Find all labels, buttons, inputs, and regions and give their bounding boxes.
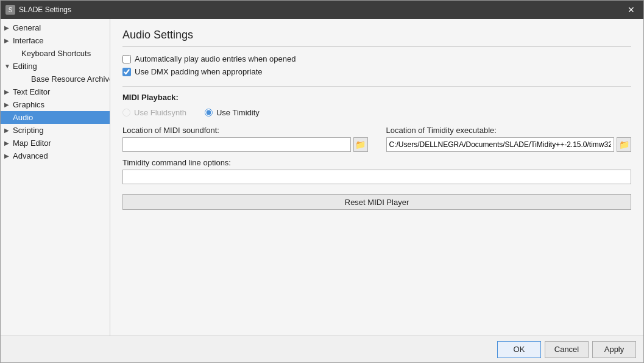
auto-play-label: Automatically play audio entries when op… (135, 54, 296, 63)
fluidsynth-label: Use Fluidsynth (134, 108, 186, 117)
main-panel: Audio Settings Automatically play audio … (110, 19, 643, 336)
sidebar: ▶ General ▶ Interface Keyboard Shortcuts… (1, 19, 110, 336)
sidebar-item-text-editor[interactable]: ▶ Text Editor (1, 85, 110, 98)
timidity-exe-label: Location of Timidity executable: (386, 126, 632, 135)
soundfont-group: Location of MIDI soundfont: 📁 (122, 126, 368, 152)
arrow-map-editor: ▶ (4, 140, 13, 146)
bottom-bar: OK Cancel Apply (1, 336, 643, 362)
sidebar-item-keyboard-shortcuts[interactable]: Keyboard Shortcuts (1, 47, 110, 60)
sidebar-label-scripting: Scripting (13, 126, 106, 135)
close-button[interactable]: ✕ (624, 4, 639, 16)
divider-1 (122, 86, 631, 87)
fluidsynth-radio[interactable] (122, 109, 130, 117)
apply-button[interactable]: Apply (592, 341, 636, 358)
sidebar-label-base: Base Resource Archive (31, 74, 110, 84)
arrow-general: ▶ (4, 24, 13, 31)
midi-options: Use Fluidsynth Use Timidity (122, 108, 631, 117)
sidebar-item-graphics[interactable]: ▶ Graphics (1, 98, 110, 111)
timidity-label: Use Timidity (216, 108, 260, 117)
sidebar-item-interface[interactable]: ▶ Interface (1, 34, 110, 47)
sidebar-label-editing: Editing (13, 62, 106, 71)
sidebar-label-audio: Audio (13, 113, 106, 122)
timidity-row: Use Timidity (205, 108, 260, 117)
soundfont-row: 📁 (122, 137, 368, 152)
dmx-label: Use DMX padding when appropriate (135, 67, 263, 76)
timidity-radio[interactable] (205, 109, 213, 117)
timidity-cmdline-input[interactable] (122, 170, 631, 184)
timidity-cmdline-group: Timidity command line options: (122, 158, 631, 184)
titlebar-left: S SLADE Settings (5, 5, 71, 15)
content-area: ▶ General ▶ Interface Keyboard Shortcuts… (1, 19, 643, 336)
midi-section-label: MIDI Playback: (122, 93, 631, 102)
sidebar-label-map-editor: Map Editor (13, 138, 106, 148)
ok-button[interactable]: OK (497, 341, 541, 358)
sidebar-item-advanced[interactable]: ▶ Advanced (1, 149, 110, 162)
panel-title: Audio Settings (122, 29, 631, 47)
arrow-text-editor: ▶ (4, 88, 13, 95)
sidebar-label-text-editor: Text Editor (13, 87, 106, 96)
soundfont-label: Location of MIDI soundfont: (122, 126, 368, 135)
arrow-advanced: ▶ (4, 153, 13, 159)
soundfont-input[interactable] (122, 137, 351, 152)
settings-window: S SLADE Settings ✕ ▶ General ▶ Interface… (0, 0, 644, 363)
window-title: SLADE Settings (19, 5, 71, 14)
sidebar-label-interface: Interface (13, 36, 106, 45)
fields-grid: Location of MIDI soundfont: 📁 Location o… (122, 126, 631, 152)
timidity-cmdline-label: Timidity command line options: (122, 158, 631, 167)
timidity-exe-browse-button[interactable]: 📁 (617, 137, 631, 152)
app-icon: S (5, 5, 15, 15)
arrow-graphics: ▶ (4, 101, 13, 108)
sidebar-label-keyboard: Keyboard Shortcuts (21, 49, 106, 58)
sidebar-item-audio[interactable]: Audio (1, 111, 110, 124)
titlebar: S SLADE Settings ✕ (1, 1, 643, 19)
timidity-exe-input[interactable]: C:/Users/DELLNEGRA/Documents/SLADE/TiMid… (386, 137, 615, 152)
sidebar-item-general[interactable]: ▶ General (1, 21, 110, 34)
timidity-exe-group: Location of Timidity executable: C:/User… (386, 126, 632, 152)
sidebar-item-base-resource[interactable]: Base Resource Archive (1, 73, 110, 85)
dmx-row: Use DMX padding when appropriate (122, 67, 631, 76)
arrow-editing: ▼ (4, 63, 13, 70)
reset-midi-button[interactable]: Reset MIDI Player (122, 194, 631, 210)
dmx-checkbox[interactable] (122, 68, 131, 76)
auto-play-checkbox[interactable] (122, 55, 131, 63)
soundfont-browse-button[interactable]: 📁 (353, 137, 368, 152)
sidebar-item-map-editor[interactable]: ▶ Map Editor (1, 137, 110, 149)
sidebar-item-scripting[interactable]: ▶ Scripting (1, 124, 110, 137)
checkbox-section: Automatically play audio entries when op… (122, 54, 631, 76)
timidity-exe-row: C:/Users/DELLNEGRA/Documents/SLADE/TiMid… (386, 137, 632, 152)
sidebar-label-graphics: Graphics (13, 100, 106, 109)
sidebar-item-editing[interactable]: ▼ Editing (1, 60, 110, 73)
fluidsynth-row: Use Fluidsynth (122, 108, 186, 117)
arrow-scripting: ▶ (4, 127, 13, 134)
sidebar-label-general: General (13, 23, 106, 32)
arrow-interface: ▶ (4, 37, 13, 44)
auto-play-row: Automatically play audio entries when op… (122, 54, 631, 63)
sidebar-label-advanced: Advanced (13, 151, 106, 160)
cancel-button[interactable]: Cancel (545, 341, 589, 358)
midi-section: MIDI Playback: Use Fluidsynth Use Timidi… (122, 93, 631, 210)
